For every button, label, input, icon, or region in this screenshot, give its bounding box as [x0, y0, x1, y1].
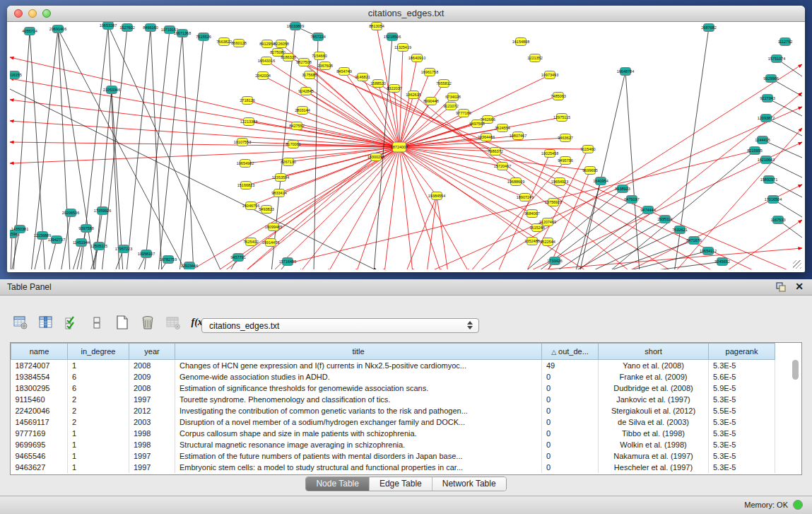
graph-node[interactable]: 1527602 — [119, 24, 134, 32]
float-panel-icon[interactable] — [775, 281, 787, 293]
graph-node[interactable]: 10756928 — [545, 199, 562, 206]
graph-node[interactable]: 10654112 — [700, 247, 717, 255]
column-header[interactable]: short — [599, 344, 709, 360]
table-scrollbar-thumb[interactable] — [792, 360, 799, 380]
graph-node[interactable]: 9457791 — [230, 254, 245, 262]
graph-node[interactable]: 8170061 — [286, 141, 300, 148]
graph-node[interactable]: 8427552 — [289, 122, 304, 130]
graph-node[interactable]: 7632621 — [672, 226, 687, 234]
graph-node[interactable]: 21053346 — [103, 86, 120, 94]
graph-node[interactable]: 15720407 — [494, 163, 511, 170]
graph-node[interactable]: 9463627 — [558, 134, 572, 142]
graph-node[interactable]: 4055714 — [22, 28, 37, 35]
graph-node[interactable]: 8454749 — [336, 68, 351, 76]
graph-node[interactable]: 9699695 — [582, 167, 597, 175]
graph-node[interactable]: 7857224 — [310, 33, 325, 41]
column-header[interactable]: in_degree — [68, 344, 129, 360]
graph-node[interactable]: 1167533 — [770, 216, 785, 224]
graph-node[interactable]: 7154660 — [312, 52, 326, 60]
graph-node[interactable]: 10653287 — [100, 22, 117, 30]
table-row[interactable]: 946554611997Estimation of the future num… — [11, 450, 775, 462]
network-view[interactable]: 4055714206914061065328715276028466160107… — [10, 22, 802, 269]
graph-node[interactable]: 1112752 — [778, 38, 793, 46]
graph-node[interactable]: 16154808 — [512, 38, 529, 46]
graph-node[interactable]: 8322037 — [387, 85, 401, 93]
graph-node[interactable]: 11325419 — [394, 44, 411, 52]
table-row[interactable]: 1938455462009Genome-wide association stu… — [11, 371, 775, 382]
graph-node[interactable]: 12213383 — [240, 118, 257, 126]
graph-node[interactable]: 18640910 — [408, 54, 425, 62]
graph-node[interactable]: 3624554 — [495, 124, 510, 132]
graph-node[interactable]: 20691406 — [49, 25, 66, 33]
column-select-icon[interactable] — [38, 315, 54, 330]
table-row[interactable]: 2242004622012Investigating the contribut… — [11, 405, 775, 416]
network-window-titlebar[interactable]: citations_edges.txt — [7, 6, 805, 22]
graph-node[interactable]: 17957223 — [115, 245, 132, 253]
tab-network-table[interactable]: Network Table — [433, 477, 506, 491]
graph-node[interactable]: 13942737 — [48, 236, 65, 244]
graph-node[interactable]: 1352486 — [524, 238, 539, 245]
network-canvas-svg[interactable]: 4055714206914061065328715276028466160107… — [10, 22, 802, 269]
graph-node[interactable]: 2522544 — [540, 238, 555, 246]
graph-node[interactable]: 16648784 — [617, 68, 634, 76]
graph-node[interactable]: 2803144 — [295, 107, 310, 115]
table-row[interactable]: 1830029562008Estimation of significance … — [11, 382, 775, 394]
graph-node[interactable]: 7485063 — [551, 93, 565, 100]
new-document-icon[interactable] — [114, 315, 130, 330]
graph-node[interactable]: 18300295 — [367, 153, 384, 161]
graph-node[interactable]: 5493823 — [259, 206, 273, 214]
graph-node[interactable]: 8215955 — [747, 147, 762, 155]
tab-edge-table[interactable]: Edge Table — [370, 477, 433, 491]
graph-node[interactable]: 7986372 — [488, 148, 502, 156]
graph-node[interactable]: 6497568 — [469, 120, 484, 128]
graph-node[interactable]: 7515526 — [196, 33, 211, 41]
graph-node[interactable]: 10958107 — [138, 250, 155, 258]
graph-node[interactable]: 1588520 — [370, 80, 385, 88]
graph-node[interactable]: 8186328 — [281, 54, 295, 62]
graph-node[interactable]: 9827508 — [296, 59, 311, 66]
graph-node[interactable]: 16543316 — [258, 57, 275, 65]
graph-node[interactable]: 6479197 — [624, 196, 639, 204]
tab-node-table[interactable]: Node Table — [306, 477, 370, 491]
graph-node[interactable]: 15166823 — [237, 182, 254, 189]
graph-node[interactable]: 8912954 — [259, 40, 274, 48]
graph-node[interactable]: 7955812 — [436, 80, 451, 88]
graph-node[interactable]: 15716485 — [279, 258, 296, 266]
column-header[interactable]: △out_de... — [542, 344, 599, 360]
delete-table-disabled-icon[interactable] — [165, 315, 181, 330]
graph-node[interactable]: 2016155 — [10, 71, 22, 79]
resize-grip[interactable] — [793, 260, 801, 269]
graph-node[interactable]: 9397588 — [78, 225, 93, 233]
graph-node[interactable]: 8660128 — [231, 40, 246, 47]
node-table[interactable]: namein_degreeyeartitle△out_de...shortpag… — [11, 343, 775, 473]
close-panel-icon[interactable]: ✕ — [795, 281, 804, 292]
graph-node[interactable]: 10025458 — [541, 150, 558, 158]
split-view-icon[interactable] — [89, 315, 105, 330]
table-row[interactable]: 977716911998Corpus callosum shape and si… — [11, 428, 775, 439]
graph-node[interactable]: 19654923 — [551, 178, 568, 186]
graph-node[interactable]: 9121072 — [443, 103, 458, 110]
graph-node[interactable]: 9115460 — [580, 146, 595, 153]
graph-node[interactable]: 1244415 — [755, 136, 770, 144]
graph-node[interactable]: 9146821 — [355, 74, 370, 81]
graph-node[interactable]: 7663822 — [216, 38, 231, 46]
graph-node[interactable]: 6734028 — [445, 93, 460, 101]
graph-node[interactable]: 15751074 — [768, 55, 785, 63]
graph-node[interactable]: 17359926 — [94, 207, 111, 215]
graph-node[interactable]: 8813054 — [369, 23, 384, 30]
graph-node[interactable]: 15218506 — [384, 33, 401, 41]
table-row[interactable]: 969969511998Structural magnetic resonanc… — [11, 439, 775, 450]
graph-node[interactable]: 20206536 — [62, 209, 79, 217]
graph-node[interactable]: 11451944 — [73, 239, 90, 247]
table-selector-dropdown[interactable]: citations_edges.txt — [201, 318, 479, 333]
graph-node[interactable]: 10688609 — [507, 178, 524, 186]
graph-node[interactable]: 2342004 — [255, 72, 270, 80]
graph-node[interactable]: 8990448 — [423, 98, 438, 105]
graph-node[interactable]: 16671368 — [174, 30, 191, 37]
graph-node[interactable]: 9833414 — [271, 189, 286, 197]
delete-trash-icon[interactable] — [140, 315, 155, 330]
graph-node[interactable]: 10807467 — [510, 132, 526, 140]
graph-node[interactable]: 8938923 — [615, 185, 630, 193]
graph-node[interactable]: 8471676 — [686, 237, 701, 245]
graph-node[interactable]: 16961758 — [421, 69, 438, 76]
